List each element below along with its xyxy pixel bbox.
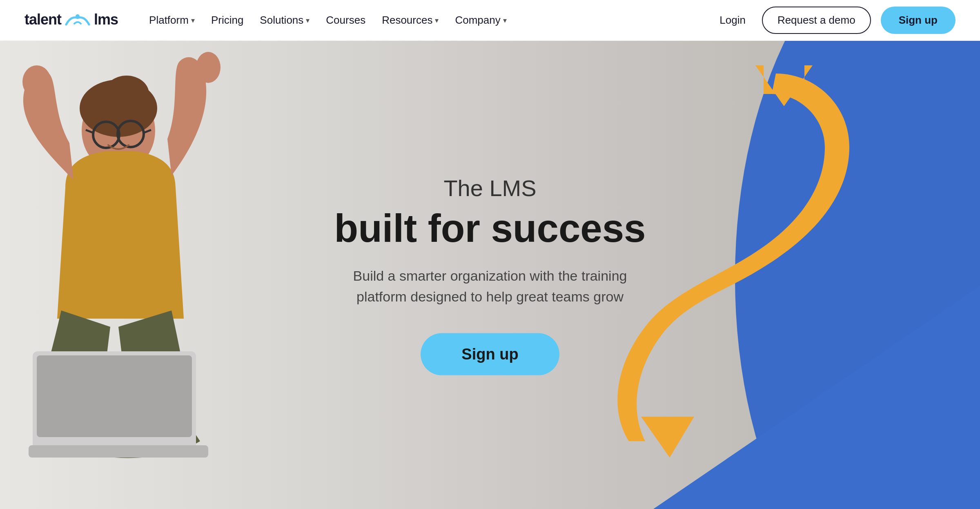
- logo[interactable]: talent lms: [24, 11, 118, 29]
- nav-item-solutions[interactable]: Solutions ▾: [253, 10, 316, 31]
- signup-nav-button[interactable]: Sign up: [881, 7, 956, 34]
- request-demo-button[interactable]: Request a demo: [762, 7, 871, 34]
- login-button[interactable]: Login: [713, 10, 752, 31]
- resources-chevron-icon: ▾: [435, 16, 439, 25]
- hero-content: The LMS built for success Build a smarte…: [306, 175, 674, 375]
- hero-title: built for success: [306, 208, 674, 249]
- nav-item-platform[interactable]: Platform ▾: [143, 10, 201, 31]
- nav-platform-label: Platform: [149, 14, 189, 27]
- company-chevron-icon: ▾: [503, 16, 507, 25]
- logo-text: talent lms: [24, 11, 118, 29]
- nav-company-label: Company: [455, 14, 500, 27]
- platform-chevron-icon: ▾: [191, 16, 195, 25]
- nav-solutions-label: Solutions: [260, 14, 303, 27]
- nav-pricing-label: Pricing: [211, 14, 243, 27]
- svg-point-0: [76, 14, 80, 18]
- solutions-chevron-icon: ▾: [306, 16, 310, 25]
- hero-subtitle: The LMS: [306, 175, 674, 201]
- nav-item-company[interactable]: Company ▾: [448, 10, 513, 31]
- hero-description: Build a smarter organization with the tr…: [306, 265, 674, 307]
- nav-courses-label: Courses: [326, 14, 365, 27]
- nav-item-courses[interactable]: Courses: [319, 10, 372, 31]
- nav-resources-label: Resources: [382, 14, 432, 27]
- hero-section: The LMS built for success Build a smarte…: [0, 41, 980, 509]
- nav-item-resources[interactable]: Resources ▾: [375, 10, 445, 31]
- nav-links: Platform ▾ Pricing Solutions ▾ Courses R…: [143, 10, 713, 31]
- signup-hero-button[interactable]: Sign up: [421, 333, 559, 375]
- nav-item-pricing[interactable]: Pricing: [205, 10, 250, 31]
- nav-actions: Login Request a demo Sign up: [713, 7, 956, 34]
- navigation: talent lms Platform ▾ Pricing Solutions …: [0, 0, 980, 41]
